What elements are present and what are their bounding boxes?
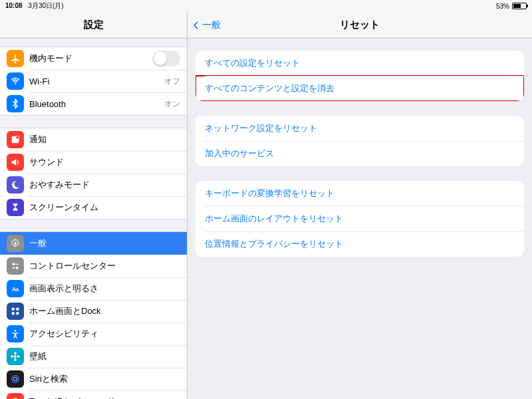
status-time: 10:08 bbox=[5, 2, 23, 9]
sidebar-item-label: 画面表示と明るさ bbox=[29, 283, 180, 295]
svg-point-19 bbox=[17, 355, 20, 357]
device-frame: 10:08 3月30日(月) 53% 設定 bbox=[0, 0, 532, 399]
siri-icon bbox=[7, 370, 24, 388]
sidebar-header: 設定 bbox=[0, 12, 187, 39]
sidebar-item-control-center[interactable]: コントロールセンター bbox=[0, 255, 187, 277]
reset-location-privacy[interactable]: 位置情報とプライバシーをリセット bbox=[196, 231, 524, 257]
notifications-icon bbox=[7, 131, 24, 148]
sidebar-item-screentime[interactable]: スクリーンタイム bbox=[0, 196, 187, 219]
sidebar-item-label: Touch IDとパスコード bbox=[29, 396, 180, 399]
sidebar-item-label: スクリーンタイム bbox=[29, 201, 180, 213]
sidebar-item-label: Bluetooth bbox=[29, 99, 160, 109]
sidebar-item-label: 機内モード bbox=[29, 53, 152, 65]
sidebar-item-wallpaper[interactable]: 壁紙 bbox=[0, 345, 187, 368]
textsize-icon: AA bbox=[7, 280, 24, 297]
sidebar-item-label: 壁紙 bbox=[29, 350, 180, 362]
svg-point-21 bbox=[13, 377, 17, 380]
svg-rect-11 bbox=[16, 308, 19, 311]
reset-card-2: ネットワーク設定をリセット 加入中のサービス bbox=[196, 116, 524, 166]
statusbar-left: 10:08 3月30日(月) bbox=[5, 1, 64, 11]
back-button[interactable]: 一般 bbox=[192, 12, 221, 38]
sidebar-item-label: コントロールセンター bbox=[29, 260, 180, 272]
status-bar: 10:08 3月30日(月) 53% bbox=[0, 0, 532, 12]
svg-rect-10 bbox=[12, 308, 15, 311]
detail-pane: 一般 リセット すべての設定をリセット すべてのコンテンツと設定を消去 ネットワ… bbox=[188, 12, 532, 399]
sidebar-item-label: 通知 bbox=[29, 134, 180, 146]
reset-all-settings[interactable]: すべての設定をリセット bbox=[196, 51, 524, 76]
bluetooth-icon bbox=[7, 95, 24, 112]
reset-card-3: キーボードの変換学習をリセット ホーム画面のレイアウトをリセット 位置情報とプラ… bbox=[196, 181, 524, 257]
sidebar-item-label: Siriと検索 bbox=[29, 373, 180, 385]
fingerprint-icon bbox=[7, 393, 24, 399]
sidebar-item-label: ホーム画面とDock bbox=[29, 305, 180, 317]
svg-point-3 bbox=[14, 242, 17, 245]
hourglass-icon bbox=[7, 199, 24, 216]
svg-point-20 bbox=[12, 376, 19, 383]
gear-icon bbox=[7, 235, 24, 252]
detail-body: すべての設定をリセット すべてのコンテンツと設定を消去 ネットワーク設定をリセッ… bbox=[188, 39, 532, 269]
sidebar-title: 設定 bbox=[84, 19, 104, 31]
sidebar-item-touchid[interactable]: Touch IDとパスコード bbox=[0, 390, 187, 399]
svg-point-0 bbox=[15, 83, 16, 84]
sidebar-item-label: サウンド bbox=[29, 156, 180, 168]
accessibility-icon bbox=[7, 325, 24, 342]
erase-all-content[interactable]: すべてのコンテンツと設定を消去 bbox=[196, 76, 524, 101]
sidebar-item-label: おやすみモード bbox=[29, 179, 180, 191]
switches-icon bbox=[7, 257, 24, 275]
detail-title: リセット bbox=[340, 19, 380, 31]
battery-percent: 53% bbox=[496, 3, 509, 10]
statusbar-right: 53% bbox=[496, 3, 527, 10]
grid-icon bbox=[7, 303, 24, 320]
moon-icon bbox=[7, 176, 24, 194]
reset-card-1: すべての設定をリセット すべてのコンテンツと設定を消去 bbox=[196, 51, 524, 101]
sidebar-item-display[interactable]: AA 画面表示と明るさ bbox=[0, 277, 187, 300]
back-label: 一般 bbox=[202, 19, 221, 31]
airplane-icon bbox=[7, 50, 24, 67]
subscribed-services[interactable]: 加入中のサービス bbox=[196, 141, 524, 166]
settings-sidebar: 設定 機内モード bbox=[0, 12, 188, 399]
sidebar-item-bluetooth[interactable]: Bluetooth オン bbox=[0, 92, 187, 115]
svg-point-15 bbox=[14, 355, 16, 357]
flower-icon bbox=[7, 348, 24, 365]
sounds-icon bbox=[7, 154, 24, 171]
detail-header: 一般 リセット bbox=[188, 12, 532, 39]
svg-point-4 bbox=[13, 263, 15, 265]
svg-point-2 bbox=[16, 136, 19, 139]
status-date: 3月30日(月) bbox=[28, 2, 63, 9]
sidebar-item-sounds[interactable]: サウンド bbox=[0, 151, 187, 174]
sidebar-item-label: 一般 bbox=[29, 237, 180, 249]
chevron-left-icon bbox=[192, 21, 201, 30]
svg-point-18 bbox=[11, 355, 14, 357]
svg-rect-13 bbox=[16, 312, 19, 315]
bluetooth-status: オン bbox=[164, 98, 180, 110]
sidebar-item-airplane[interactable]: 機内モード bbox=[0, 47, 187, 70]
battery-icon bbox=[512, 3, 527, 9]
svg-point-17 bbox=[14, 358, 16, 361]
svg-text:A: A bbox=[16, 287, 19, 292]
sidebar-item-label: アクセシビリティ bbox=[29, 328, 180, 340]
reset-keyboard[interactable]: キーボードの変換学習をリセット bbox=[196, 181, 524, 206]
sidebar-group-system: 一般 コントロールセンター AA 画面表示と明るさ bbox=[0, 231, 187, 399]
sidebar-item-wifi[interactable]: Wi-Fi オフ bbox=[0, 70, 187, 92]
reset-network[interactable]: ネットワーク設定をリセット bbox=[196, 116, 524, 141]
sidebar-item-notifications[interactable]: 通知 bbox=[0, 128, 187, 151]
svg-point-16 bbox=[14, 352, 16, 355]
sidebar-item-label: Wi-Fi bbox=[29, 76, 160, 86]
sidebar-group-attention: 通知 サウンド おやすみモード bbox=[0, 128, 187, 219]
sidebar-item-accessibility[interactable]: アクセシビリティ bbox=[0, 323, 187, 345]
svg-point-6 bbox=[16, 267, 18, 269]
sidebar-item-siri[interactable]: Siriと検索 bbox=[0, 368, 187, 390]
wifi-icon bbox=[7, 72, 24, 90]
sidebar-group-connectivity: 機内モード Wi-Fi オフ bbox=[0, 47, 187, 116]
svg-point-14 bbox=[15, 330, 17, 332]
sidebar-item-general[interactable]: 一般 bbox=[0, 232, 187, 255]
airplane-toggle[interactable] bbox=[152, 51, 180, 66]
sidebar-item-home-dock[interactable]: ホーム画面とDock bbox=[0, 300, 187, 323]
reset-home-layout[interactable]: ホーム画面のレイアウトをリセット bbox=[196, 206, 524, 231]
svg-rect-12 bbox=[12, 312, 15, 315]
sidebar-item-dnd[interactable]: おやすみモード bbox=[0, 174, 187, 196]
wifi-status: オフ bbox=[164, 76, 180, 87]
